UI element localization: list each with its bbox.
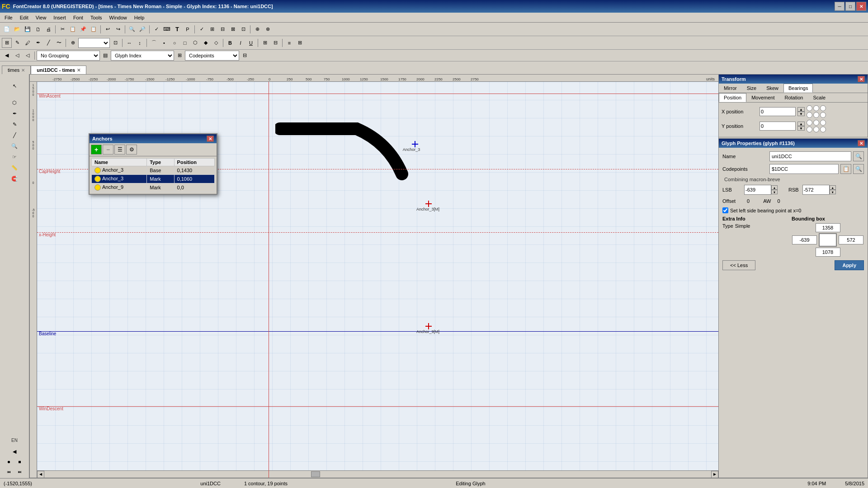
glyph-index-dropdown[interactable]: Glyph Index [111,51,174,61]
transform-tab-size[interactable]: Size [742,84,761,93]
tb-circle[interactable]: ○ [170,38,179,48]
bbox-bottom[interactable] [816,248,840,257]
xpos-radio2[interactable] [813,105,819,111]
zoom-select[interactable]: 19.51% [78,38,110,48]
bbox-top[interactable] [816,223,840,232]
rsb-spin-up[interactable]: ▲ [830,185,836,190]
tb-open[interactable]: 📂 [12,24,22,34]
tb-grouping-icon[interactable]: ▤ [100,51,110,61]
yposition-spin-up[interactable]: ▲ [797,122,805,126]
codepoints-icon1[interactable]: 📋 [840,164,851,174]
transform-tab-skew[interactable]: Skew [761,84,783,93]
xpos-radio4[interactable] [807,112,812,118]
menu-view[interactable]: View [32,14,50,21]
tb-flip-v[interactable]: ↕ [135,38,145,48]
yposition-input[interactable] [760,122,796,131]
bbox-right[interactable] [839,235,863,244]
tb-save[interactable]: 💾 [23,24,33,34]
maximize-button[interactable]: □ [845,2,855,11]
tb-curve[interactable]: ⌒ [149,38,159,48]
scroll-track-h[interactable] [44,471,711,478]
menu-edit[interactable]: Edit [16,14,32,21]
scroll-thumb-h[interactable] [311,471,320,477]
anchor-add-btn[interactable]: + [91,145,102,155]
tool-prev[interactable]: ⏮ [4,467,14,476]
tool-next[interactable]: ⏭ [15,467,25,476]
tb-bitmap[interactable]: ⊠ [228,24,238,34]
tb-glyph-icon[interactable]: ⊞ [175,51,184,61]
menu-font[interactable]: Font [70,14,87,21]
name-input[interactable] [769,151,851,161]
name-icon-btn[interactable]: 🔍 [853,151,864,161]
anchor-list-btn[interactable]: ☰ [114,145,125,155]
tb-line[interactable]: ╱ [43,38,53,48]
transform-tab-bearings[interactable]: Bearings [783,84,813,93]
anchor-row-1[interactable]: Anchor_3 Mark 0,1060 [92,175,215,183]
tb-cut[interactable]: ✂ [57,24,67,34]
tb-color[interactable]: ⊡ [238,24,248,34]
ypos-radio5[interactable] [813,127,819,132]
tb-point[interactable]: • [159,38,169,48]
ypos-radio3[interactable] [820,120,826,126]
scroll-left-btn[interactable]: ◀ [37,471,44,478]
tb-validate[interactable]: ✓ [151,24,161,34]
transform-subtab-rotation[interactable]: Rotation [780,93,808,102]
tool-stop[interactable]: ⏹ [15,457,25,466]
tb-print[interactable]: 🖨 [43,24,53,34]
tab-times[interactable]: times ✕ [2,66,31,74]
tool-line[interactable]: ╱ [5,130,24,140]
tool-magnet[interactable]: 🧲 [5,174,24,183]
tb-node-select[interactable]: ✎ [12,38,22,48]
scrollbar-horizontal[interactable]: ◀ ▶ [37,470,718,478]
menu-window[interactable]: Window [106,14,131,21]
tb-grid[interactable]: ⊞ [295,38,305,48]
yposition-spin-down[interactable]: ▼ [797,126,805,131]
anchor-props-btn[interactable]: ⚙ [126,145,137,155]
tb-text[interactable]: T [172,24,182,34]
tb-pen[interactable]: ✒ [33,38,43,48]
transform-subtab-movement[interactable]: Movement [746,93,779,102]
ypos-radio6[interactable] [820,127,826,132]
tab-uni1dcc-close[interactable]: ✕ [77,68,80,73]
tb-bold[interactable]: B [225,38,235,48]
tb-options[interactable]: ⊗ [263,24,273,34]
tb-anchor-rem[interactable]: ◇ [211,38,221,48]
xpos-radio6[interactable] [820,112,826,118]
tb-kerning[interactable]: ⊞ [207,24,217,34]
tool-pencil[interactable]: ✎ [5,119,24,129]
lsb-spin-down[interactable]: ▼ [771,190,778,194]
close-button[interactable]: ✕ [856,2,866,11]
ypos-radio1[interactable] [807,120,812,126]
tb-new[interactable]: 📄 [2,24,12,34]
xposition-input[interactable] [760,107,796,116]
tb-copy[interactable]: 📋 [68,24,78,34]
codepoints-input[interactable] [769,164,839,174]
tab-times-close[interactable]: ✕ [21,68,25,73]
tool-measure[interactable]: 📏 [5,163,24,173]
anchor-delete-btn[interactable]: − [103,145,113,155]
scroll-right-btn[interactable]: ▶ [711,471,718,478]
ypos-radio4[interactable] [807,127,812,132]
glyph-props-close-button[interactable]: ✕ [858,140,865,146]
xposition-spin-up[interactable]: ▲ [797,107,805,112]
tb-find-next[interactable]: 🔎 [137,24,147,34]
tool-arrow[interactable]: ↖ [5,76,24,96]
rsb-input[interactable] [802,185,830,195]
codepoints-dropdown[interactable]: Codepoints [185,51,239,61]
tb-flip-h[interactable]: ↔ [124,38,134,48]
tool-node[interactable]: ⬡ [5,98,24,108]
tb-undo[interactable]: ↩ [103,24,113,34]
tb-anchor-add[interactable]: ◆ [201,38,211,48]
menu-help[interactable]: Help [131,14,148,21]
tb-find[interactable]: 🔍 [127,24,137,34]
tb-move-left[interactable]: ◁ [12,51,22,61]
grouping-dropdown[interactable]: No Grouping [37,51,100,61]
transform-tab-mirror[interactable]: Mirror [719,84,742,93]
menu-insert[interactable]: Insert [50,14,70,21]
ypos-radio2[interactable] [813,120,819,126]
menu-file[interactable]: File [1,14,16,21]
tb-redo[interactable]: ↪ [113,24,123,34]
lsb-spin-up[interactable]: ▲ [771,185,778,190]
apply-button[interactable]: Apply [835,260,864,270]
tb-paste-special[interactable]: 📋 [89,24,99,34]
